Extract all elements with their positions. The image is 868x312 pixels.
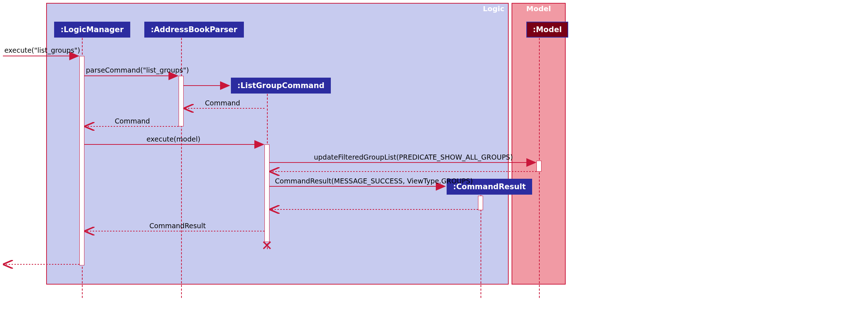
- msg-execute-model: execute(model): [146, 135, 200, 143]
- msg-parse-command: parseCommand("list_groups"): [86, 66, 189, 74]
- msg-update-filtered-group-list: updateFilteredGroupList(PREDICATE_SHOW_A…: [314, 153, 513, 161]
- msg-return-command-2: Command: [115, 117, 150, 125]
- msg-create-command-result: CommandResult(MESSAGE_SUCCESS, ViewType.…: [275, 177, 473, 185]
- msg-return-command-1: Command: [205, 99, 240, 107]
- destroy-icon: ✕: [261, 238, 273, 254]
- msg-execute-list-groups: execute("list_groups"): [4, 46, 80, 54]
- msg-return-command-result: CommandResult: [149, 222, 206, 230]
